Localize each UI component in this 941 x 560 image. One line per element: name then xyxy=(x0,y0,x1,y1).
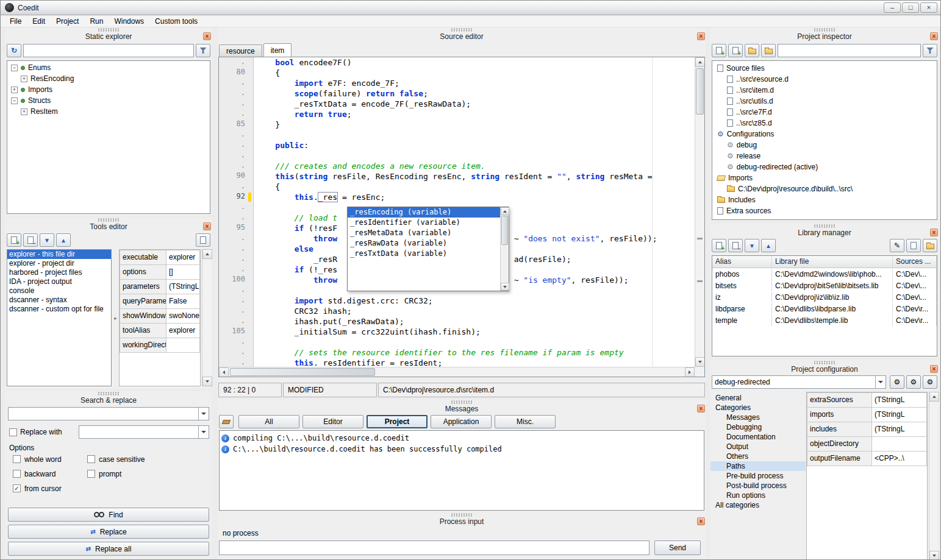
scroll-up-button[interactable] xyxy=(202,249,212,259)
filter-button-application[interactable]: Application xyxy=(431,415,492,428)
dropdown-button[interactable] xyxy=(875,376,886,388)
process-input-field[interactable] xyxy=(219,541,649,555)
remove-library-button[interactable] xyxy=(728,239,743,252)
drag-grip[interactable] xyxy=(98,392,120,395)
apply-tool-button[interactable] xyxy=(196,233,210,247)
column-header-library-file[interactable]: Library file xyxy=(772,256,893,268)
property-value[interactable]: (TStringL xyxy=(166,280,199,294)
tool-list-item[interactable]: dscanner - syntax xyxy=(7,296,111,305)
expand-icon[interactable]: + xyxy=(21,76,27,82)
code-editor[interactable]: .80....85....90.92..95....100....105... … xyxy=(218,57,705,377)
inspector-item-src-e7f-d[interactable]: ..\src\e7F.d xyxy=(712,107,937,118)
drag-grip[interactable] xyxy=(451,400,473,404)
symbol-search-input[interactable] xyxy=(23,44,194,57)
menu-item-edit[interactable]: Edit xyxy=(27,16,51,27)
editor-vertical-scrollbar[interactable] xyxy=(695,57,704,367)
dropdown-button[interactable] xyxy=(198,426,209,438)
property-value[interactable]: (TStringL xyxy=(872,393,926,407)
scrollbar-thumb[interactable] xyxy=(696,68,704,115)
menu-item-run[interactable]: Run xyxy=(84,16,109,27)
inspector-item-configurations[interactable]: Configurations xyxy=(712,129,937,140)
filter-button-misc[interactable]: Misc. xyxy=(495,415,556,428)
completion-scrollbar[interactable] xyxy=(500,207,509,291)
minimize-button[interactable]: – xyxy=(884,2,901,13)
drag-grip[interactable] xyxy=(814,361,835,364)
inspector-item-src-z85-d[interactable]: ..\src\z85.d xyxy=(712,118,937,129)
move-tool-up-button[interactable]: ▲ xyxy=(56,233,71,247)
category-item-debugging[interactable]: Debugging xyxy=(710,422,806,432)
tree-item-structs[interactable]: −Structs xyxy=(7,95,210,106)
tree-item-imports[interactable]: +Imports xyxy=(7,84,210,95)
scroll-down-button[interactable] xyxy=(202,377,212,386)
filter-button-editor[interactable]: Editor xyxy=(302,415,363,428)
category-item-run-options[interactable]: Run options xyxy=(710,491,806,500)
remove-tool-button[interactable] xyxy=(23,233,38,247)
library-row[interactable]: bitsetsC:\Dev\dproj\bitSet\lib\bitsets.l… xyxy=(712,280,937,291)
checkbox-whole-word[interactable]: whole word xyxy=(13,455,87,464)
splitter-handle[interactable]: ▸ xyxy=(112,249,119,386)
close-panel-button[interactable]: × xyxy=(697,405,705,413)
column-header-alias[interactable]: Alias xyxy=(712,256,772,268)
library-row[interactable]: phobosC:\Dev\dmd2\windows\lib\phob...C:\… xyxy=(712,268,937,280)
property-value[interactable] xyxy=(872,437,926,451)
move-library-down-button[interactable]: ▼ xyxy=(745,239,759,252)
edit-alias-button[interactable] xyxy=(906,239,921,252)
property-value[interactable]: [] xyxy=(166,265,199,279)
send-button[interactable]: Send xyxy=(654,541,701,555)
save-project-button[interactable] xyxy=(761,44,776,57)
completion-item[interactable]: _resRawData (variable) xyxy=(348,238,500,249)
clone-config-button[interactable]: ⚙ xyxy=(923,375,937,389)
close-panel-button[interactable]: × xyxy=(930,229,938,236)
expand-icon[interactable]: + xyxy=(21,108,27,115)
scroll-right-button[interactable] xyxy=(685,367,695,377)
property-value[interactable]: (TStringL xyxy=(872,422,926,436)
add-config-button[interactable]: ⚙ xyxy=(890,375,904,389)
property-value[interactable]: (TStringL xyxy=(872,408,926,422)
config-scrollbar[interactable] xyxy=(929,392,939,560)
property-value[interactable]: explorer xyxy=(166,250,199,264)
inspector-item-debug-redirected-active[interactable]: debug-redirected (active) xyxy=(712,161,937,172)
drag-grip[interactable] xyxy=(814,28,835,32)
library-row[interactable]: templeC:\Dev\dlibs\temple.libC:\Dev\r... xyxy=(712,314,937,326)
scroll-down-button[interactable] xyxy=(695,357,705,367)
close-button[interactable]: × xyxy=(920,2,937,13)
drag-grip[interactable] xyxy=(98,218,120,222)
category-item-output[interactable]: Output xyxy=(710,442,806,452)
drag-grip[interactable] xyxy=(451,513,473,517)
inspector-item-src-resource-d[interactable]: ..\src\resource.d xyxy=(712,74,937,85)
column-header-sources[interactable]: Sources ... xyxy=(893,256,937,268)
inspector-filter-input[interactable] xyxy=(778,44,921,57)
property-value[interactable]: explorer xyxy=(166,324,199,338)
category-item-pre-build-process[interactable]: Pre-build process xyxy=(710,471,806,481)
tool-list-item[interactable]: explorer - this file dir xyxy=(7,250,111,259)
completion-item[interactable]: _resTxtData (variable) xyxy=(348,249,500,259)
grid-scrollbar[interactable] xyxy=(202,249,212,386)
drag-grip[interactable] xyxy=(814,224,835,228)
close-panel-button[interactable]: × xyxy=(930,365,938,373)
checkbox-case-sensitive[interactable]: case sensitive xyxy=(87,455,207,464)
replace-button[interactable]: ⇄ Replace xyxy=(8,525,209,539)
menu-item-custom-tools[interactable]: Custom tools xyxy=(149,16,203,27)
scroll-down-button[interactable] xyxy=(929,551,939,560)
move-tool-down-button[interactable]: ▼ xyxy=(40,233,54,247)
clear-messages-button[interactable] xyxy=(219,415,234,428)
filter-button-project[interactable]: Project xyxy=(367,415,428,428)
inspector-item-src-item-d[interactable]: ..\src\item.d xyxy=(712,85,937,96)
inspector-item-imports[interactable]: Imports xyxy=(712,172,937,183)
add-file-button[interactable] xyxy=(728,44,743,57)
category-item-paths[interactable]: Paths xyxy=(710,461,806,471)
inspector-item-c-dev-dproj-resource-d-build-s[interactable]: C:\Dev\dproj\resource.d\build\..\src\ xyxy=(712,183,937,194)
checkbox-from-cursor[interactable]: ✓from cursor xyxy=(13,484,87,493)
add-library-button[interactable] xyxy=(712,239,726,252)
category-item-documentation[interactable]: Documentation xyxy=(710,432,806,442)
collapse-icon[interactable]: − xyxy=(11,97,18,104)
close-panel-button[interactable]: × xyxy=(203,32,211,40)
category-item-messages[interactable]: Messages xyxy=(710,413,806,422)
menu-item-windows[interactable]: Windows xyxy=(109,16,149,27)
replace-with-checkbox[interactable] xyxy=(9,428,17,436)
inspector-item-extra-sources[interactable]: Extra sources xyxy=(712,205,937,216)
scroll-up-button[interactable] xyxy=(695,57,705,67)
inspector-item-debug[interactable]: debug xyxy=(712,140,937,151)
inspector-item-src-utils-d[interactable]: ..\src\utils.d xyxy=(712,96,937,107)
open-folder-button[interactable] xyxy=(745,44,759,57)
